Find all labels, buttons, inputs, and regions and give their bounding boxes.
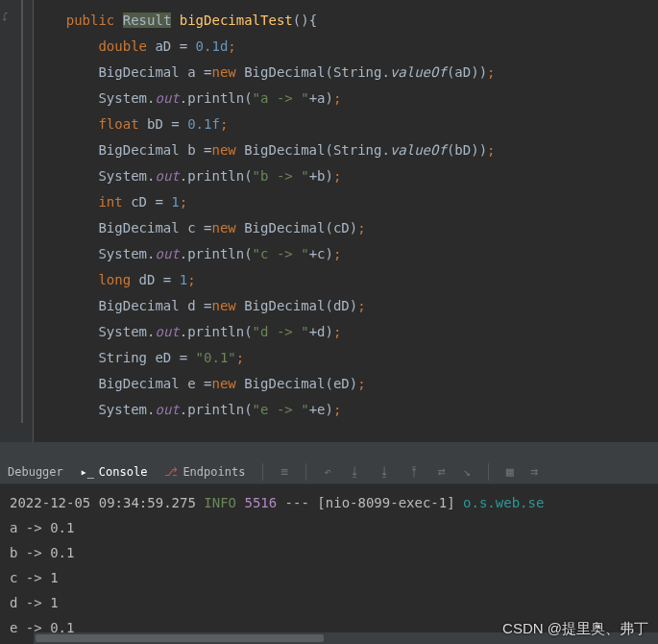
code-line: double aD = 0.1d; bbox=[34, 34, 658, 60]
download2-icon[interactable]: ⭳ bbox=[378, 464, 391, 479]
code-line: BigDecimal a =new BigDecimal(String.valu… bbox=[34, 60, 658, 86]
editor-area: ⤴ public Result bigDecimalTest(){ double… bbox=[0, 0, 658, 442]
grid-icon[interactable]: ▦ bbox=[506, 464, 514, 479]
settings-icon[interactable]: ⇉ bbox=[531, 464, 539, 479]
code-line: System.out.println("b -> "+b); bbox=[34, 163, 658, 189]
output-line: b -> 0.1 bbox=[10, 540, 648, 565]
log-line: 2022-12-05 09:34:59.275 INFO 5516 --- [n… bbox=[10, 490, 648, 515]
editor-gutter[interactable]: ⤴ bbox=[0, 0, 34, 442]
code-line: float bD = 0.1f; bbox=[34, 111, 658, 137]
tab-endpoints-label: Endpoints bbox=[183, 465, 245, 479]
tab-debugger-label: Debugger bbox=[8, 465, 63, 479]
code-line: System.out.println("d -> "+d); bbox=[34, 319, 658, 345]
console-tab-bar: Debugger ▸_ Console ⎇ Endpoints ≡ ↶ ⭳ ⭳ … bbox=[0, 459, 658, 484]
run-gutter-icon[interactable]: ⤴ bbox=[2, 10, 8, 22]
panel-divider[interactable] bbox=[0, 442, 658, 459]
code-content[interactable]: public Result bigDecimalTest(){ double a… bbox=[34, 0, 658, 442]
step-icon[interactable]: ↶ bbox=[324, 464, 331, 479]
output-line: d -> 1 bbox=[10, 590, 648, 615]
toolbar-separator bbox=[262, 463, 263, 481]
code-line: BigDecimal d =new BigDecimal(dD); bbox=[34, 293, 658, 319]
console-icon: ▸_ bbox=[81, 465, 94, 479]
gutter-border bbox=[21, 0, 23, 423]
code-line: BigDecimal e =new BigDecimal(eD); bbox=[34, 371, 658, 397]
output-line: c -> 1 bbox=[10, 565, 648, 590]
swap-icon[interactable]: ⇄ bbox=[438, 464, 446, 479]
code-line: BigDecimal c =new BigDecimal(cD); bbox=[34, 215, 658, 241]
code-line: int cD = 1; bbox=[34, 189, 658, 215]
arrow-icon[interactable]: ↘ bbox=[463, 464, 471, 479]
toolbar-separator bbox=[488, 463, 489, 481]
tab-endpoints[interactable]: ⎇ Endpoints bbox=[164, 465, 245, 479]
output-line: a -> 0.1 bbox=[10, 515, 648, 540]
tab-console[interactable]: ▸_ Console bbox=[81, 465, 148, 479]
upload-icon[interactable]: ⭱ bbox=[408, 464, 421, 479]
console-panel: Debugger ▸_ Console ⎇ Endpoints ≡ ↶ ⭳ ⭳ … bbox=[0, 459, 658, 644]
tab-debugger[interactable]: Debugger bbox=[8, 465, 63, 479]
code-line: long dD = 1; bbox=[34, 267, 658, 293]
code-line: System.out.println("e -> "+e); bbox=[34, 397, 658, 423]
download-icon[interactable]: ⭳ bbox=[349, 464, 361, 479]
scrollbar-thumb[interactable] bbox=[36, 634, 324, 642]
code-line: String eD = "0.1"; bbox=[34, 345, 658, 371]
code-line: BigDecimal b =new BigDecimal(String.valu… bbox=[34, 137, 658, 163]
code-line: System.out.println("c -> "+c); bbox=[34, 241, 658, 267]
toolbar-separator bbox=[305, 463, 306, 481]
code-line: public Result bigDecimalTest(){ bbox=[34, 8, 658, 34]
code-line: System.out.println("a -> "+a); bbox=[34, 86, 658, 111]
endpoints-icon: ⎇ bbox=[164, 465, 178, 479]
tab-console-label: Console bbox=[99, 465, 148, 479]
watermark: CSDN @提里奥、弗丁 bbox=[502, 620, 648, 638]
filter-icon[interactable]: ≡ bbox=[280, 464, 288, 479]
